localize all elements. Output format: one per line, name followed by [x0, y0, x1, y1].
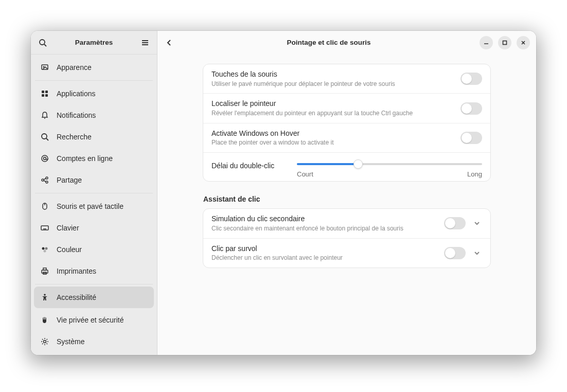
maximize-button[interactable] [498, 36, 511, 49]
row-mouse-keys: Touches de la souris Utiliser le pavé nu… [203, 64, 490, 94]
sidebar-separator [35, 193, 153, 193]
close-button[interactable] [517, 36, 530, 49]
sidebar-item-keyboard[interactable]: Clavier [31, 217, 157, 239]
sidebar-item-appearance[interactable]: Apparence [31, 57, 157, 78]
row-text: Simulation du clic secondaire Clic secon… [211, 214, 438, 233]
svg-rect-10 [45, 94, 48, 97]
minimize-icon [484, 40, 489, 45]
search-icon [38, 38, 47, 47]
svg-rect-8 [45, 91, 48, 93]
svg-rect-30 [42, 270, 48, 273]
sidebar-item-label: Comptes en ligne [57, 154, 113, 163]
svg-point-27 [42, 247, 45, 250]
appearance-icon [40, 63, 49, 72]
svg-point-11 [42, 134, 47, 139]
sidebar-item-label: Système [57, 337, 84, 346]
svg-line-1 [44, 44, 46, 46]
row-title: Clic par survol [211, 244, 438, 254]
double-click-slider[interactable] [297, 163, 482, 165]
svg-rect-7 [42, 91, 44, 93]
row-subtitle: Utiliser le pavé numérique pour déplacer… [211, 80, 454, 88]
svg-rect-36 [503, 41, 507, 44]
sidebar-item-printers[interactable]: Imprimantes [31, 260, 157, 282]
chevron-down-icon [473, 220, 481, 227]
search-button[interactable] [34, 34, 51, 51]
sidebar-item-label: Vie privée et sécurité [57, 316, 123, 324]
sidebar-separator [35, 284, 153, 284]
slider-thumb[interactable] [353, 159, 363, 169]
svg-point-34 [44, 341, 46, 343]
sidebar-item-notifications[interactable]: Notifications [31, 104, 157, 126]
gear-icon [40, 337, 49, 346]
back-button[interactable] [161, 34, 178, 51]
sidebar-item-sharing[interactable]: Partage [31, 169, 157, 191]
switch-activate-on-hover[interactable] [460, 132, 482, 144]
slider-label: Délai du double-clic [211, 159, 289, 171]
maximize-icon [502, 40, 507, 45]
svg-point-17 [46, 181, 48, 183]
printer-icon [40, 266, 49, 276]
sidebar-item-label: Imprimantes [57, 267, 96, 275]
apps-icon [40, 89, 49, 98]
sidebar-item-label: Clavier [57, 224, 79, 232]
switch-secondary-click[interactable] [444, 217, 466, 229]
mouse-icon [40, 202, 49, 211]
row-hover-click: Clic par survol Déclencher un clic en su… [203, 239, 490, 268]
expand-secondary-click[interactable] [472, 218, 482, 228]
sidebar-item-label: Partage [57, 176, 82, 184]
svg-point-29 [44, 250, 46, 253]
row-text: Localiser le pointeur Révéler l'emplacem… [211, 99, 454, 117]
close-icon [521, 40, 526, 45]
switch-locate-pointer[interactable] [460, 102, 482, 115]
row-subtitle: Déclencher un clic en survolant avec le … [211, 254, 438, 262]
slider-fill [297, 163, 358, 165]
slider-wrap: Court Long [297, 159, 482, 178]
slider-min-label: Court [297, 170, 313, 178]
svg-point-33 [44, 294, 46, 296]
search-icon [40, 132, 49, 141]
content-body: Touches de la souris Utiliser le pavé nu… [157, 55, 536, 355]
sidebar-item-applications[interactable]: Applications [31, 83, 157, 104]
switch-hover-click[interactable] [444, 247, 466, 259]
page-title: Pointage et clic de souris [178, 39, 480, 46]
sidebar-item-label: Notifications [57, 111, 96, 119]
hand-icon [40, 315, 49, 325]
sidebar-item-search[interactable]: Recherche [31, 126, 157, 148]
svg-line-12 [46, 138, 48, 140]
click-assist-group: Simulation du clic secondaire Clic secon… [203, 208, 491, 268]
row-text: Touches de la souris Utiliser le pavé nu… [211, 69, 454, 88]
expand-hover-click[interactable] [472, 248, 482, 258]
row-double-click-delay: Délai du double-clic Court Long [203, 153, 490, 181]
switch-mouse-keys[interactable] [460, 73, 482, 85]
svg-point-0 [40, 40, 45, 45]
sidebar-item-online-accounts[interactable]: Comptes en ligne [31, 148, 157, 169]
svg-rect-22 [41, 226, 48, 230]
settings-window: Paramètres Apparence Applications Notifi… [31, 31, 536, 355]
menu-button[interactable] [136, 34, 154, 51]
sidebar-item-accessibility[interactable]: Accessibilité [34, 287, 154, 308]
row-title: Localiser le pointeur [211, 99, 454, 109]
sidebar-separator [35, 80, 153, 81]
click-assist-heading: Assistant de clic [203, 195, 491, 203]
sidebar-item-color[interactable]: Couleur [31, 239, 157, 260]
sidebar-item-mouse[interactable]: Souris et pavé tactile [31, 195, 157, 217]
sidebar-item-label: Applications [57, 90, 96, 98]
sidebar: Paramètres Apparence Applications Notifi… [31, 31, 157, 355]
chevron-down-icon [473, 250, 481, 257]
sidebar-item-label: Accessibilité [57, 293, 96, 301]
minimize-button[interactable] [480, 36, 493, 49]
svg-line-19 [44, 181, 46, 182]
sidebar-item-privacy[interactable]: Vie privée et sécurité [31, 309, 157, 331]
slider-max-label: Long [467, 170, 482, 178]
row-title: Touches de la souris [211, 69, 454, 80]
hamburger-icon [140, 38, 150, 47]
bell-icon [40, 111, 49, 120]
sidebar-item-system[interactable]: Système [31, 331, 157, 352]
share-icon [40, 175, 49, 185]
content-header: Pointage et clic de souris [157, 31, 536, 55]
row-subtitle: Place the pointer over a window to activ… [211, 138, 454, 147]
pointing-clicking-group: Touches de la souris Utiliser le pavé nu… [203, 64, 491, 182]
sidebar-item-label: Souris et pavé tactile [57, 202, 123, 210]
row-title: Activate Windows on Hover [211, 129, 454, 139]
row-secondary-click: Simulation du clic secondaire Clic secon… [203, 209, 490, 238]
